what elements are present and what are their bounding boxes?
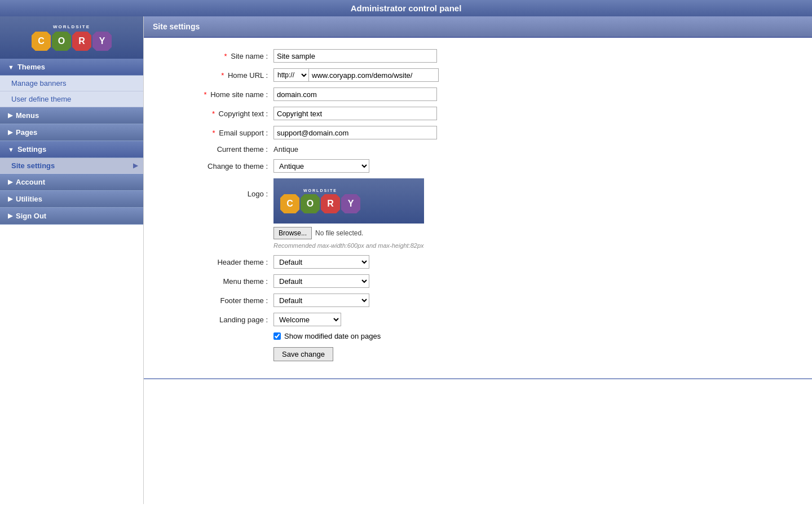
home-url-label: * Home URL : <box>161 71 273 80</box>
menus-arrow-icon: ▶ <box>8 112 12 119</box>
show-date-checkbox[interactable] <box>273 332 281 340</box>
change-theme-select[interactable]: Antique Default Modern Classic <box>273 159 369 173</box>
settings-arrow-icon: ▼ <box>8 146 14 153</box>
copyright-text-label: * Copyright text : <box>161 110 273 118</box>
sidebar-item-account[interactable]: ▶ Account <box>0 174 143 191</box>
copyright-text-row: * Copyright text : <box>161 107 795 120</box>
sidebar-item-site-settings[interactable]: Site settings ▶ <box>0 158 143 174</box>
themes-arrow-icon: ▼ <box>8 64 14 71</box>
email-support-input[interactable] <box>273 126 437 139</box>
site-settings-label: Site settings <box>11 161 55 170</box>
no-file-text: No file selected. <box>315 229 363 237</box>
logo-row: Logo : WORLDSITE C O R Y <box>161 178 795 249</box>
url-protocol-select[interactable]: http:// https:// <box>273 68 309 82</box>
utilities-arrow-icon: ▶ <box>8 195 12 203</box>
page-header-title: Site settings <box>153 22 200 31</box>
preview-o: O <box>301 194 320 213</box>
footer-theme-select[interactable]: Default Antique Modern <box>273 294 369 307</box>
home-url-required: * <box>221 71 224 80</box>
home-url-row: * Home URL : http:// https:// <box>161 68 795 82</box>
footer-theme-row: Footer theme : Default Antique Modern <box>161 294 795 307</box>
logo-label: Logo : <box>161 178 273 198</box>
home-site-name-required: * <box>204 90 206 99</box>
preview-c: C <box>280 194 299 213</box>
sidebar-logo: WORLDSITE C O R Y <box>0 16 143 59</box>
copyright-text-input[interactable] <box>273 107 437 120</box>
show-date-label[interactable]: Show modified date on pages <box>284 332 381 340</box>
url-input[interactable] <box>309 68 439 82</box>
sidebar: WORLDSITE C O R Y ▼ Themes Manage banner… <box>0 16 144 504</box>
preview-r: R <box>321 194 340 213</box>
sidebar-item-settings[interactable]: ▼ Settings <box>0 141 143 158</box>
menu-theme-label: Menu theme : <box>161 277 273 286</box>
logo-o: O <box>52 32 71 51</box>
account-label: Account <box>16 178 45 186</box>
logo-y: Y <box>92 32 112 51</box>
menu-theme-select[interactable]: Default Antique Modern <box>273 274 369 288</box>
user-define-theme-label: User define theme <box>11 95 71 103</box>
site-name-input[interactable] <box>273 49 437 63</box>
logo-preview-inner: WORLDSITE C O R Y <box>280 189 360 213</box>
manage-banners-label: Manage banners <box>11 79 67 87</box>
menu-theme-row: Menu theme : Default Antique Modern <box>161 274 795 288</box>
logo-hint: Recommended max-width:600px and max-heig… <box>273 241 424 249</box>
header-theme-select[interactable]: Default Antique Modern <box>273 255 369 269</box>
home-site-name-row: * Home site name : <box>161 87 795 101</box>
landing-page-label: Landing page : <box>161 316 273 324</box>
email-support-label: * Email support : <box>161 129 273 137</box>
change-theme-row: Change to theme : Antique Default Modern… <box>161 159 795 173</box>
email-support-row: * Email support : <box>161 126 795 139</box>
site-name-required: * <box>224 52 227 60</box>
sidebar-item-utilities[interactable]: ▶ Utilities <box>0 191 143 208</box>
url-group: http:// https:// <box>273 68 439 82</box>
top-bar: Administrator control panel <box>0 0 812 16</box>
logo-section: WORLDSITE C O R Y Browse... No file <box>273 178 424 249</box>
save-row: Save change <box>273 347 795 361</box>
current-theme-row: Current theme : Antique <box>161 145 795 154</box>
preview-puzzle-pieces: C O R Y <box>280 194 360 213</box>
copyright-required: * <box>212 110 215 118</box>
current-theme-value: Antique <box>273 145 298 154</box>
main-content: Site settings * Site name : * Home URL : <box>144 16 812 504</box>
pages-label: Pages <box>16 128 37 137</box>
footer-theme-label: Footer theme : <box>161 296 273 305</box>
logo-puzzle: C O R Y <box>32 32 112 51</box>
form-area: * Site name : * Home URL : http:// https… <box>144 38 812 373</box>
account-arrow-icon: ▶ <box>8 178 12 186</box>
header-theme-label: Header theme : <box>161 258 273 266</box>
menus-label: Menus <box>16 111 39 120</box>
browse-button[interactable]: Browse... <box>273 227 312 239</box>
worldsite-text: WORLDSITE <box>53 24 90 29</box>
pages-arrow-icon: ▶ <box>8 129 12 136</box>
themes-label: Themes <box>17 63 45 71</box>
logo-c: C <box>32 32 51 51</box>
bottom-border <box>144 378 812 391</box>
site-name-label: * Site name : <box>161 52 273 60</box>
sidebar-item-user-define-theme[interactable]: User define theme <box>0 91 143 107</box>
site-name-row: * Site name : <box>161 49 795 63</box>
landing-page-row: Landing page : Welcome Home About <box>161 313 795 326</box>
page-title: Administrator control panel <box>351 3 462 13</box>
preview-y: Y <box>341 194 360 213</box>
sidebar-item-themes[interactable]: ▼ Themes <box>0 59 143 76</box>
sidebar-item-menus[interactable]: ▶ Menus <box>0 107 143 124</box>
logo-preview: WORLDSITE C O R Y <box>273 178 424 224</box>
home-site-name-input[interactable] <box>273 87 437 101</box>
sidebar-item-pages[interactable]: ▶ Pages <box>0 124 143 141</box>
landing-page-select[interactable]: Welcome Home About <box>273 313 341 326</box>
show-date-row: Show modified date on pages <box>273 332 795 340</box>
settings-submenu: Site settings ▶ <box>0 158 143 174</box>
change-theme-label: Change to theme : <box>161 162 273 170</box>
save-button[interactable]: Save change <box>273 347 333 361</box>
email-required: * <box>213 129 215 137</box>
themes-submenu: Manage banners User define theme <box>0 76 143 107</box>
site-settings-arrow-icon: ▶ <box>133 162 138 169</box>
sidebar-item-signout[interactable]: ▶ Sign Out <box>0 208 143 225</box>
settings-label: Settings <box>17 145 46 154</box>
preview-worldsite: WORLDSITE <box>303 189 337 192</box>
page-header: Site settings <box>144 16 812 38</box>
sidebar-item-manage-banners[interactable]: Manage banners <box>0 76 143 91</box>
header-theme-row: Header theme : Default Antique Modern <box>161 255 795 269</box>
logo-r: R <box>72 32 91 51</box>
browse-row: Browse... No file selected. <box>273 227 424 239</box>
